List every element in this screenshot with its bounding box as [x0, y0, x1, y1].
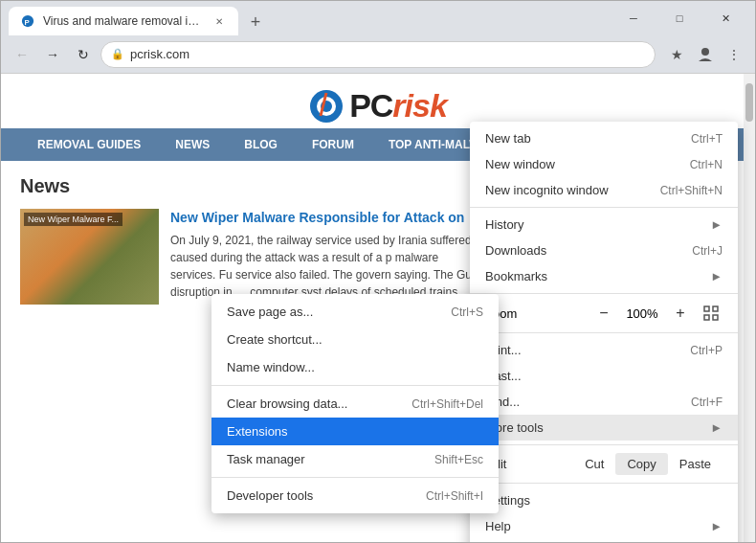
more-tools-submenu[interactable]: Save page as... Ctrl+S Create shortcut..… — [211, 294, 499, 513]
tab-favicon: P — [20, 13, 35, 29]
menu-downloads[interactable]: Downloads Ctrl+J — [470, 238, 738, 263]
submenu-extensions-label: Extensions — [227, 424, 483, 439]
submenu-task-manager-shortcut: Shift+Esc — [434, 453, 483, 466]
url-bar[interactable]: 🔒 pcrisk.com — [100, 41, 656, 68]
submenu-separator-1 — [211, 385, 499, 386]
address-actions: ★ ⋮ — [663, 41, 747, 68]
menu-new-tab[interactable]: New tab Ctrl+T — [470, 125, 738, 151]
submenu-save-page[interactable]: Save page as... Ctrl+S — [211, 298, 499, 326]
window-controls: ─ □ ✕ — [611, 4, 747, 33]
menu-new-tab-label: New tab — [485, 131, 691, 146]
submenu-clear-data-shortcut: Ctrl+Shift+Del — [411, 397, 483, 411]
menu-settings-label: Settings — [485, 493, 723, 508]
svg-rect-9 — [704, 315, 709, 320]
submenu-dev-tools-label: Developer tools — [227, 488, 426, 503]
menu-more-tools[interactable]: More tools ► — [470, 415, 738, 441]
paste-button[interactable]: Paste — [668, 453, 723, 475]
menu-new-incognito[interactable]: New incognito window Ctrl+Shift+N — [470, 177, 738, 203]
back-button[interactable]: ← — [9, 41, 35, 68]
submenu-extensions[interactable]: Extensions — [211, 418, 499, 445]
menu-help-arrow: ► — [710, 519, 723, 533]
zoom-value: 100% — [623, 306, 661, 321]
menu-find[interactable]: Find... Ctrl+F — [470, 389, 738, 415]
scrollbar-thumb[interactable] — [745, 83, 753, 122]
maximize-button[interactable]: □ — [657, 4, 701, 33]
news-thumb-label: New Wiper Malware F... — [24, 213, 122, 226]
menu-downloads-shortcut: Ctrl+J — [692, 244, 723, 258]
title-bar: P Virus and malware removal instr... ✕ +… — [1, 1, 755, 35]
menu-history[interactable]: History ► — [470, 212, 738, 238]
submenu-dev-tools[interactable]: Developer tools Ctrl+Shift+I — [211, 482, 499, 509]
submenu-save-page-label: Save page as... — [227, 305, 451, 319]
menu-new-incognito-label: New incognito window — [485, 183, 660, 197]
menu-print-label: Print... — [485, 343, 690, 357]
chrome-context-menu[interactable]: New tab Ctrl+T New window Ctrl+N New inc… — [470, 122, 738, 542]
nav-removal-guides[interactable]: REMOVAL GUIDES — [20, 128, 158, 161]
bookmark-star-button[interactable]: ★ — [663, 41, 690, 68]
zoom-in-button[interactable]: + — [669, 302, 692, 325]
reload-button[interactable]: ↻ — [70, 41, 97, 68]
menu-cast-label: Cast... — [485, 369, 723, 383]
url-text: pcrisk.com — [130, 47, 645, 61]
site-logo: PCrisk — [349, 87, 447, 124]
menu-settings[interactable]: Settings — [470, 487, 738, 513]
chrome-menu-button[interactable]: ⋮ — [721, 41, 747, 68]
zoom-out-button[interactable]: − — [592, 302, 615, 325]
submenu-name-window[interactable]: Name window... — [211, 353, 499, 381]
menu-separator-1 — [470, 207, 738, 208]
minimize-button[interactable]: ─ — [611, 4, 656, 33]
profile-button[interactable] — [692, 41, 719, 68]
svg-rect-7 — [704, 306, 709, 311]
nav-blog[interactable]: BLOG — [227, 128, 295, 161]
cut-button[interactable]: Cut — [573, 453, 615, 475]
menu-print[interactable]: Print... Ctrl+P — [470, 337, 738, 363]
browser-window: P Virus and malware removal instr... ✕ +… — [0, 0, 756, 543]
menu-separator-3 — [470, 332, 738, 333]
menu-history-arrow: ► — [710, 217, 723, 232]
submenu-clear-data-label: Clear browsing data... — [227, 396, 411, 411]
menu-history-label: History — [485, 217, 710, 232]
menu-print-shortcut: Ctrl+P — [690, 344, 723, 357]
site-header: PCrisk — [1, 74, 755, 128]
tab-close-button[interactable]: ✕ — [211, 13, 227, 29]
menu-bookmarks[interactable]: Bookmarks ► — [470, 263, 738, 289]
submenu-task-manager[interactable]: Task manager Shift+Esc — [211, 445, 499, 473]
menu-find-shortcut: Ctrl+F — [691, 396, 723, 409]
menu-new-window-shortcut: Ctrl+N — [690, 158, 723, 171]
nav-forum[interactable]: FORUM — [295, 128, 371, 161]
news-thumbnail: New Wiper Malware F... — [20, 209, 159, 305]
menu-new-tab-shortcut: Ctrl+T — [691, 132, 723, 146]
menu-bookmarks-arrow: ► — [710, 269, 723, 283]
scrollbar[interactable] — [744, 74, 755, 542]
submenu-create-shortcut-label: Create shortcut... — [227, 332, 483, 347]
menu-edit-row: Edit Cut Copy Paste — [470, 449, 738, 479]
close-button[interactable]: ✕ — [703, 4, 747, 33]
zoom-fullscreen-button[interactable] — [700, 302, 723, 325]
submenu-name-window-label: Name window... — [227, 360, 483, 374]
menu-cast[interactable]: Cast... — [470, 363, 738, 389]
page-content: PCrisk REMOVAL GUIDES NEWS BLOG FORUM TO… — [1, 74, 755, 542]
svg-rect-8 — [713, 306, 718, 311]
tab-bar: P Virus and malware removal instr... ✕ + — [9, 1, 604, 35]
menu-separator-5 — [470, 483, 738, 484]
menu-new-incognito-shortcut: Ctrl+Shift+N — [660, 184, 723, 197]
submenu-create-shortcut[interactable]: Create shortcut... — [211, 326, 499, 353]
nav-news[interactable]: NEWS — [158, 128, 227, 161]
new-tab-button[interactable]: + — [242, 9, 269, 35]
logo-risk: risk — [392, 87, 447, 124]
submenu-dev-tools-shortcut: Ctrl+Shift+I — [426, 489, 483, 503]
submenu-clear-data[interactable]: Clear browsing data... Ctrl+Shift+Del — [211, 390, 499, 418]
forward-button[interactable]: → — [39, 41, 66, 68]
menu-find-label: Find... — [485, 395, 691, 409]
menu-new-window-label: New window — [485, 157, 690, 171]
menu-more-tools-label: More tools — [485, 420, 710, 435]
logo-pc: PC — [349, 87, 392, 124]
menu-downloads-label: Downloads — [485, 243, 692, 258]
menu-separator-4 — [470, 444, 738, 445]
menu-help-label: Help — [485, 519, 710, 533]
active-tab[interactable]: P Virus and malware removal instr... ✕ — [9, 7, 238, 35]
menu-help[interactable]: Help ► — [470, 513, 738, 539]
menu-zoom-label: Zoom — [485, 306, 585, 321]
copy-button[interactable]: Copy — [615, 453, 667, 475]
menu-new-window[interactable]: New window Ctrl+N — [470, 151, 738, 177]
